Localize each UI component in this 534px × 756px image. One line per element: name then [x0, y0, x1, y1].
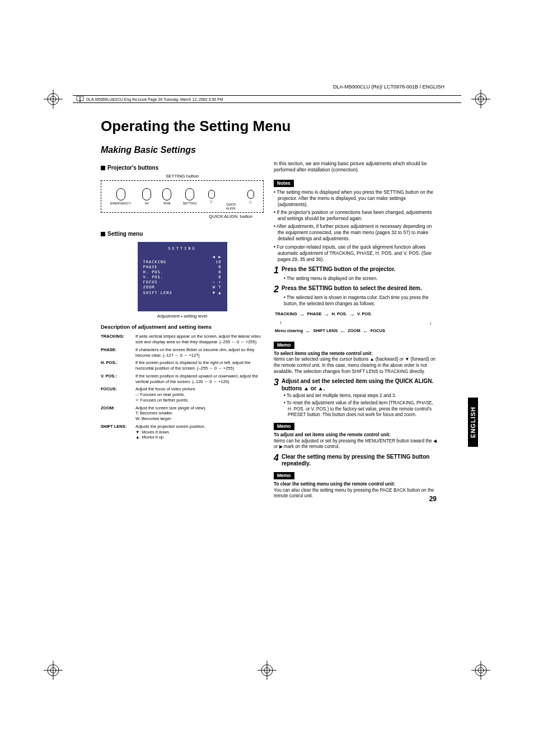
book-icon: [76, 96, 84, 102]
memo-label-3: Memo: [274, 472, 294, 479]
quick-align-caption: QUICK ALIGN. button: [101, 214, 264, 220]
registration-mark: [471, 90, 490, 109]
projector-buttons-diagram: EMERGENCY AV RGB SETTING ▽ QUICKALIGN. △: [101, 180, 264, 213]
selection-flow: TRACKING→ PHASE→ H. POS.→ V. POS. ↑↓ Men…: [274, 311, 437, 335]
setting-button: SETTING: [182, 188, 196, 206]
memo-3: To clear the setting menu using the remo…: [274, 482, 437, 500]
registration-mark: [257, 661, 277, 680]
step-1: 1Press the SETTING button of the project…: [274, 266, 437, 275]
step-3: 3Adjust and set the selected item using …: [274, 378, 437, 392]
rgb-button: RGB: [162, 188, 171, 206]
step-2: 2Press the SETTING button to select the …: [274, 285, 437, 294]
notes-list: The setting menu is displayed when you p…: [274, 189, 437, 263]
projector-buttons-head: Projector's buttons: [101, 164, 264, 171]
setting-button-label: SETTING button: [101, 174, 264, 179]
step-1-sub: • The setting menu is displayed on the s…: [274, 276, 437, 282]
registration-mark: [44, 661, 63, 680]
setting-menu-head: Setting menu: [101, 230, 264, 237]
notes-label: Notes: [274, 180, 294, 187]
desc-table: TRACKING:If wide vertical stripes appear…: [101, 334, 264, 440]
memo-label-1: Memo: [274, 342, 294, 349]
menu-caption: Adjustment • setting level: [101, 314, 264, 319]
step-2-sub: • The selected item is shown in magenta …: [274, 295, 437, 307]
step-3-sub: • To adjust and set multiple items, repe…: [274, 393, 437, 418]
registration-mark: [44, 90, 63, 109]
quick-align-down-button: ▽: [208, 190, 215, 204]
intro-text: In this section, we are making basic pic…: [274, 161, 437, 173]
quick-align-label: QUICKALIGN.: [226, 203, 236, 211]
memo-label-2: Memo: [274, 423, 294, 430]
memo-1: To select items using the remote control…: [274, 351, 437, 375]
desc-heading: Description of adjustment and setting it…: [101, 324, 264, 330]
av-button: AV: [142, 188, 151, 206]
setting-menu-screenshot: SETTING ◀ ▶ TRACKING10 PHASE0 H. POS.0 V…: [138, 242, 227, 311]
section-title: Making Basic Settings: [101, 145, 437, 155]
page-title: Operating the Setting Menu: [101, 118, 437, 135]
doc-id: DLA-M5000CLU (Re)/ LCT0978-001B / ENGLIS…: [333, 84, 444, 90]
quick-align-up-button: △: [247, 190, 254, 204]
memo-2: To adjust and set items using the remote…: [274, 432, 437, 450]
book-header-line: DLA-M5000LU&SCU Eng Re.book Page 29 Tues…: [73, 95, 461, 103]
page-number: 29: [429, 495, 437, 503]
emergency-button: EMERGENCY: [110, 188, 131, 206]
language-tab: ENGLISH: [468, 398, 478, 447]
registration-mark: [471, 661, 490, 680]
step-4: 4Clear the setting menu by pressing the …: [274, 454, 437, 468]
